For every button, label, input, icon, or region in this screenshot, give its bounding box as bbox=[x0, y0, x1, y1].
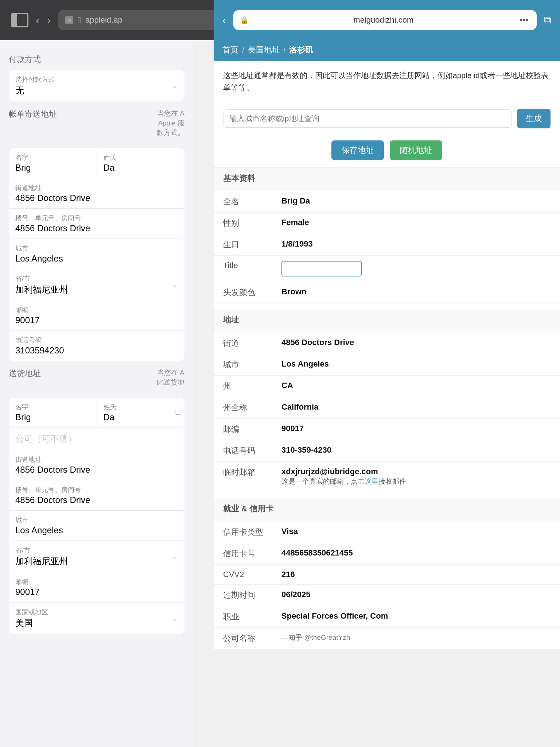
payment-field-label: 选择付款方式 bbox=[15, 75, 171, 84]
search-input[interactable] bbox=[223, 109, 512, 128]
payment-section-label: 付款方式 bbox=[9, 54, 184, 65]
intro-box: 这些地址通常都是有效的，因此可以当作地址数据去注册网站，例如apple id或者… bbox=[214, 61, 560, 102]
billing-name-row: 名字 Brig 姓氏 Da bbox=[9, 148, 184, 178]
breadcrumb-home[interactable]: 首页 bbox=[222, 44, 238, 55]
billing-first-name-field[interactable]: 名字 Brig bbox=[9, 148, 97, 178]
full-name-key: 全名 bbox=[223, 196, 281, 207]
shipping-state-label: 省/市 bbox=[15, 546, 171, 555]
state-full-key: 州全称 bbox=[223, 402, 281, 413]
breadcrumb-sep2: / bbox=[284, 46, 286, 54]
breadcrumb: 首页 / 美国地址 / 洛杉矶 bbox=[214, 40, 560, 61]
payment-select[interactable]: 选择付款方式 无 ⌄ bbox=[9, 70, 184, 101]
credit-type-key: 信用卡类型 bbox=[223, 527, 281, 538]
shipping-section-label: 送货地址 bbox=[9, 368, 41, 379]
shipping-state-chevron-icon: ⌄ bbox=[171, 552, 178, 561]
city-label: 城市 bbox=[15, 244, 178, 253]
shipping-first-name-field[interactable]: 名字 Brig bbox=[9, 398, 97, 427]
company-row: 公司名称 —知乎 @theGreatYzh bbox=[214, 628, 560, 649]
shipping-company-placeholder: 公司（可不填） bbox=[15, 433, 178, 445]
right-content: 这些地址通常都是有效的，因此可以当作地址数据去注册网站，例如apple id或者… bbox=[214, 61, 560, 649]
employment-section-header: 就业 & 信用卡 bbox=[214, 498, 560, 522]
phone-label: 电话号码 bbox=[15, 336, 178, 345]
shipping-city-field[interactable]: 城市 Los Angeles bbox=[9, 511, 184, 541]
billing-first-name-value: Brig bbox=[15, 163, 90, 173]
credit-type-row: 信用卡类型 Visa bbox=[214, 522, 560, 543]
billing-city-field[interactable]: 城市 Los Angeles bbox=[9, 239, 184, 269]
shipping-zip-value: 90017 bbox=[15, 587, 178, 597]
back-button[interactable]: ‹ bbox=[36, 13, 40, 27]
right-back-button[interactable]: ‹ bbox=[222, 14, 226, 26]
shipping-zip-label: 邮编 bbox=[15, 577, 178, 586]
title-input[interactable] bbox=[281, 261, 362, 276]
company-val: —知乎 @theGreatYzh bbox=[281, 633, 551, 642]
close-tab-icon[interactable]: ✕ bbox=[65, 16, 73, 24]
copy-tab-button[interactable]: ⧉ bbox=[544, 14, 551, 26]
gender-row: 性别 Female bbox=[214, 213, 560, 234]
shipping-country-field[interactable]: 国家或地区 美国 ⌄ bbox=[9, 603, 184, 634]
billing-street2-field[interactable]: 楼号、单元号、房间号 4856 Doctors Drive bbox=[9, 209, 184, 239]
shipping-zip-field[interactable]: 邮编 90017 bbox=[9, 572, 184, 603]
street-label: 街道地址 bbox=[15, 183, 178, 192]
employment-section-title: 就业 & 信用卡 bbox=[223, 503, 551, 514]
shipping-state-field[interactable]: 省/市 加利福尼亚州 ⌄ bbox=[9, 541, 184, 572]
city-row: 城市 Los Angeles bbox=[214, 354, 560, 376]
copy-checkbox[interactable]: ☐ bbox=[175, 409, 181, 417]
job-key: 职业 bbox=[223, 611, 281, 622]
first-name-label: 名字 bbox=[15, 153, 90, 162]
right-address-text: meiguodizhi.com bbox=[253, 15, 514, 25]
zip-row: 邮编 90017 bbox=[214, 419, 560, 440]
shipping-city-value: Los Angeles bbox=[15, 525, 178, 535]
hair-val: Brown bbox=[281, 287, 551, 297]
email-link[interactable]: 这里 bbox=[365, 477, 378, 485]
gender-key: 性别 bbox=[223, 218, 281, 229]
right-panel: ‹ 🔒 meiguodizhi.com ••• ⧉ 首页 / 美国地址 / 洛杉… bbox=[214, 0, 560, 747]
shipping-company-field[interactable]: 公司（可不填） bbox=[9, 428, 184, 450]
payment-form-group: 选择付款方式 无 ⌄ bbox=[9, 70, 184, 101]
last-name-label: 姓氏 bbox=[104, 153, 178, 162]
random-address-button[interactable]: 随机地址 bbox=[390, 140, 442, 160]
shipping-country-chevron-icon: ⌄ bbox=[171, 614, 178, 623]
billing-last-name-value: Da bbox=[104, 163, 178, 173]
intro-text: 这些地址通常都是有效的，因此可以当作地址数据去注册网站，例如apple id或者… bbox=[223, 69, 551, 94]
billing-street1-field[interactable]: 街道地址 4856 Doctors Drive bbox=[9, 178, 184, 209]
forward-button[interactable]: › bbox=[47, 13, 51, 27]
billing-state-field[interactable]: 省/市 加利福尼亚州 ⌄ bbox=[9, 269, 184, 301]
breadcrumb-middle[interactable]: 美国地址 bbox=[248, 44, 280, 55]
generate-button[interactable]: 生成 bbox=[517, 109, 551, 128]
shipping-country-value: 美国 bbox=[15, 617, 171, 629]
cvv-key: CVV2 bbox=[223, 570, 281, 579]
basic-section-header: 基本资料 bbox=[214, 168, 560, 191]
shipping-last-name-field[interactable]: 姓氏 Da ☐ bbox=[97, 398, 185, 427]
shipping-street-label: 街道地址 bbox=[15, 455, 178, 464]
shipping-city-label: 城市 bbox=[15, 516, 178, 525]
shipping-state-value: 加利福尼亚州 bbox=[15, 556, 171, 567]
job-val: Special Forces Officer, Com bbox=[281, 611, 551, 621]
zip-label: 邮编 bbox=[15, 306, 178, 314]
city-key: 城市 bbox=[223, 359, 281, 370]
billing-phone-field[interactable]: 电话号码 3103594230 bbox=[9, 331, 184, 361]
full-name-val: Brig Da bbox=[281, 196, 551, 206]
phone-val: 310-359-4230 bbox=[281, 445, 551, 455]
expiry-val: 06/2025 bbox=[281, 590, 551, 599]
more-options-button[interactable]: ••• bbox=[518, 15, 530, 25]
right-dots bbox=[377, 11, 397, 15]
email-row: 临时邮箱 xdxjrurjzd@iubridge.com 这是一个真实的邮箱，点… bbox=[214, 462, 560, 492]
email-val: xdxjrurjzd@iubridge.com bbox=[281, 467, 551, 476]
billing-phone-value: 3103594230 bbox=[15, 345, 178, 356]
state-label: 省/市 bbox=[15, 274, 171, 283]
billing-last-name-field[interactable]: 姓氏 Da bbox=[97, 148, 185, 178]
shipping-street1-value: 4856 Doctors Drive bbox=[15, 465, 178, 475]
payment-field-value: 无 bbox=[15, 85, 171, 96]
state-key: 州 bbox=[223, 381, 281, 392]
job-row: 职业 Special Forces Officer, Com bbox=[214, 606, 560, 628]
shipping-street2-field[interactable]: 楼号、单元号、房间号 4856 Doctors Drive bbox=[9, 480, 184, 511]
state-val: CA bbox=[281, 381, 551, 390]
expiry-key: 过期时间 bbox=[223, 590, 281, 601]
sidebar-toggle-icon[interactable] bbox=[11, 13, 28, 27]
breadcrumb-sep1: / bbox=[242, 46, 244, 54]
billing-zip-field[interactable]: 邮编 90017 bbox=[9, 301, 184, 331]
shipping-street1-field[interactable]: 街道地址 4856 Doctors Drive bbox=[9, 450, 184, 480]
state-full-row: 州全称 California bbox=[214, 397, 560, 419]
save-address-button[interactable]: 保存地址 bbox=[331, 140, 384, 160]
email-note: 这是一个真实的邮箱，点击这里接收邮件 bbox=[281, 476, 551, 487]
